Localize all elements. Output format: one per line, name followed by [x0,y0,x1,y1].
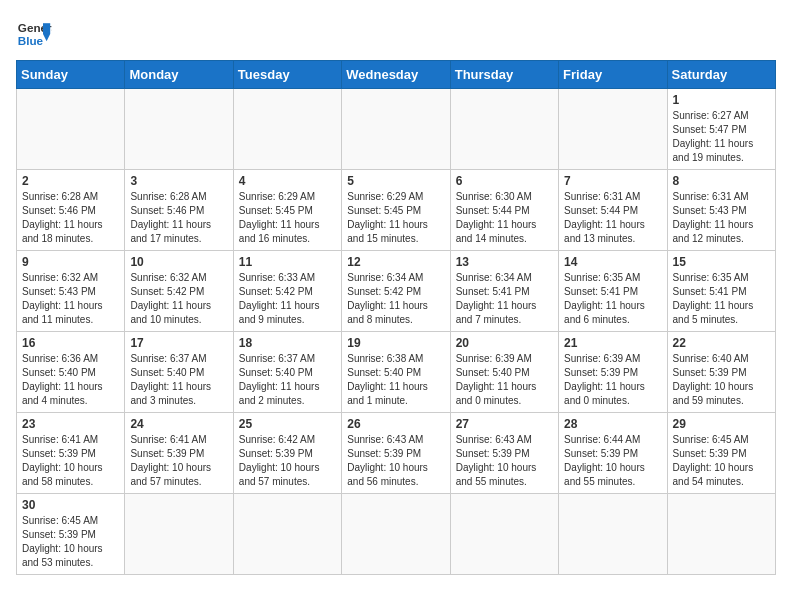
day-info: Sunrise: 6:29 AMSunset: 5:45 PMDaylight:… [239,190,336,246]
day-number: 20 [456,336,553,350]
day-cell [125,89,233,170]
logo: General Blue [16,16,52,52]
day-info: Sunrise: 6:45 AMSunset: 5:39 PMDaylight:… [22,514,119,570]
logo-icon: General Blue [16,16,52,52]
day-info: Sunrise: 6:41 AMSunset: 5:39 PMDaylight:… [130,433,227,489]
day-cell: 1Sunrise: 6:27 AMSunset: 5:47 PMDaylight… [667,89,775,170]
day-cell: 12Sunrise: 6:34 AMSunset: 5:42 PMDayligh… [342,251,450,332]
day-cell: 17Sunrise: 6:37 AMSunset: 5:40 PMDayligh… [125,332,233,413]
day-number: 15 [673,255,770,269]
day-info: Sunrise: 6:38 AMSunset: 5:40 PMDaylight:… [347,352,444,408]
day-cell: 24Sunrise: 6:41 AMSunset: 5:39 PMDayligh… [125,413,233,494]
day-cell: 20Sunrise: 6:39 AMSunset: 5:40 PMDayligh… [450,332,558,413]
day-info: Sunrise: 6:43 AMSunset: 5:39 PMDaylight:… [347,433,444,489]
day-number: 24 [130,417,227,431]
day-number: 9 [22,255,119,269]
day-cell: 21Sunrise: 6:39 AMSunset: 5:39 PMDayligh… [559,332,667,413]
weekday-header-friday: Friday [559,61,667,89]
day-cell [667,494,775,575]
day-info: Sunrise: 6:27 AMSunset: 5:47 PMDaylight:… [673,109,770,165]
day-cell: 2Sunrise: 6:28 AMSunset: 5:46 PMDaylight… [17,170,125,251]
day-number: 12 [347,255,444,269]
header: General Blue [16,16,776,52]
day-number: 21 [564,336,661,350]
day-info: Sunrise: 6:39 AMSunset: 5:39 PMDaylight:… [564,352,661,408]
day-cell: 30Sunrise: 6:45 AMSunset: 5:39 PMDayligh… [17,494,125,575]
day-number: 2 [22,174,119,188]
svg-text:Blue: Blue [18,34,44,47]
day-cell: 28Sunrise: 6:44 AMSunset: 5:39 PMDayligh… [559,413,667,494]
day-number: 22 [673,336,770,350]
day-info: Sunrise: 6:33 AMSunset: 5:42 PMDaylight:… [239,271,336,327]
day-info: Sunrise: 6:39 AMSunset: 5:40 PMDaylight:… [456,352,553,408]
svg-marker-2 [43,23,50,34]
day-number: 16 [22,336,119,350]
day-cell [233,494,341,575]
day-cell [450,494,558,575]
day-info: Sunrise: 6:31 AMSunset: 5:43 PMDaylight:… [673,190,770,246]
day-number: 19 [347,336,444,350]
day-cell [17,89,125,170]
day-cell: 4Sunrise: 6:29 AMSunset: 5:45 PMDaylight… [233,170,341,251]
weekday-header-monday: Monday [125,61,233,89]
day-cell: 5Sunrise: 6:29 AMSunset: 5:45 PMDaylight… [342,170,450,251]
day-cell: 11Sunrise: 6:33 AMSunset: 5:42 PMDayligh… [233,251,341,332]
day-info: Sunrise: 6:36 AMSunset: 5:40 PMDaylight:… [22,352,119,408]
day-info: Sunrise: 6:31 AMSunset: 5:44 PMDaylight:… [564,190,661,246]
day-number: 23 [22,417,119,431]
svg-marker-3 [43,34,50,41]
day-number: 17 [130,336,227,350]
week-row-3: 16Sunrise: 6:36 AMSunset: 5:40 PMDayligh… [17,332,776,413]
week-row-4: 23Sunrise: 6:41 AMSunset: 5:39 PMDayligh… [17,413,776,494]
week-row-2: 9Sunrise: 6:32 AMSunset: 5:43 PMDaylight… [17,251,776,332]
day-cell: 9Sunrise: 6:32 AMSunset: 5:43 PMDaylight… [17,251,125,332]
day-number: 7 [564,174,661,188]
day-cell [559,89,667,170]
day-number: 28 [564,417,661,431]
day-cell: 22Sunrise: 6:40 AMSunset: 5:39 PMDayligh… [667,332,775,413]
weekday-header-thursday: Thursday [450,61,558,89]
day-cell: 6Sunrise: 6:30 AMSunset: 5:44 PMDaylight… [450,170,558,251]
day-cell: 13Sunrise: 6:34 AMSunset: 5:41 PMDayligh… [450,251,558,332]
day-cell: 19Sunrise: 6:38 AMSunset: 5:40 PMDayligh… [342,332,450,413]
day-number: 11 [239,255,336,269]
day-cell: 16Sunrise: 6:36 AMSunset: 5:40 PMDayligh… [17,332,125,413]
day-number: 4 [239,174,336,188]
weekday-header-tuesday: Tuesday [233,61,341,89]
day-cell: 29Sunrise: 6:45 AMSunset: 5:39 PMDayligh… [667,413,775,494]
calendar: SundayMondayTuesdayWednesdayThursdayFrid… [16,60,776,575]
day-cell: 10Sunrise: 6:32 AMSunset: 5:42 PMDayligh… [125,251,233,332]
week-row-5: 30Sunrise: 6:45 AMSunset: 5:39 PMDayligh… [17,494,776,575]
day-number: 30 [22,498,119,512]
day-cell: 15Sunrise: 6:35 AMSunset: 5:41 PMDayligh… [667,251,775,332]
day-info: Sunrise: 6:32 AMSunset: 5:42 PMDaylight:… [130,271,227,327]
day-cell [233,89,341,170]
day-info: Sunrise: 6:44 AMSunset: 5:39 PMDaylight:… [564,433,661,489]
day-cell: 8Sunrise: 6:31 AMSunset: 5:43 PMDaylight… [667,170,775,251]
day-cell: 3Sunrise: 6:28 AMSunset: 5:46 PMDaylight… [125,170,233,251]
day-number: 29 [673,417,770,431]
day-info: Sunrise: 6:34 AMSunset: 5:42 PMDaylight:… [347,271,444,327]
day-cell: 7Sunrise: 6:31 AMSunset: 5:44 PMDaylight… [559,170,667,251]
day-info: Sunrise: 6:35 AMSunset: 5:41 PMDaylight:… [673,271,770,327]
day-info: Sunrise: 6:28 AMSunset: 5:46 PMDaylight:… [130,190,227,246]
day-number: 25 [239,417,336,431]
day-cell: 25Sunrise: 6:42 AMSunset: 5:39 PMDayligh… [233,413,341,494]
day-cell [450,89,558,170]
weekday-header-row: SundayMondayTuesdayWednesdayThursdayFrid… [17,61,776,89]
day-info: Sunrise: 6:34 AMSunset: 5:41 PMDaylight:… [456,271,553,327]
day-cell: 27Sunrise: 6:43 AMSunset: 5:39 PMDayligh… [450,413,558,494]
day-info: Sunrise: 6:43 AMSunset: 5:39 PMDaylight:… [456,433,553,489]
week-row-1: 2Sunrise: 6:28 AMSunset: 5:46 PMDaylight… [17,170,776,251]
day-info: Sunrise: 6:28 AMSunset: 5:46 PMDaylight:… [22,190,119,246]
day-info: Sunrise: 6:30 AMSunset: 5:44 PMDaylight:… [456,190,553,246]
day-cell [342,494,450,575]
day-number: 18 [239,336,336,350]
day-info: Sunrise: 6:35 AMSunset: 5:41 PMDaylight:… [564,271,661,327]
day-number: 1 [673,93,770,107]
day-cell: 23Sunrise: 6:41 AMSunset: 5:39 PMDayligh… [17,413,125,494]
day-info: Sunrise: 6:45 AMSunset: 5:39 PMDaylight:… [673,433,770,489]
day-cell: 18Sunrise: 6:37 AMSunset: 5:40 PMDayligh… [233,332,341,413]
day-cell [559,494,667,575]
day-number: 3 [130,174,227,188]
